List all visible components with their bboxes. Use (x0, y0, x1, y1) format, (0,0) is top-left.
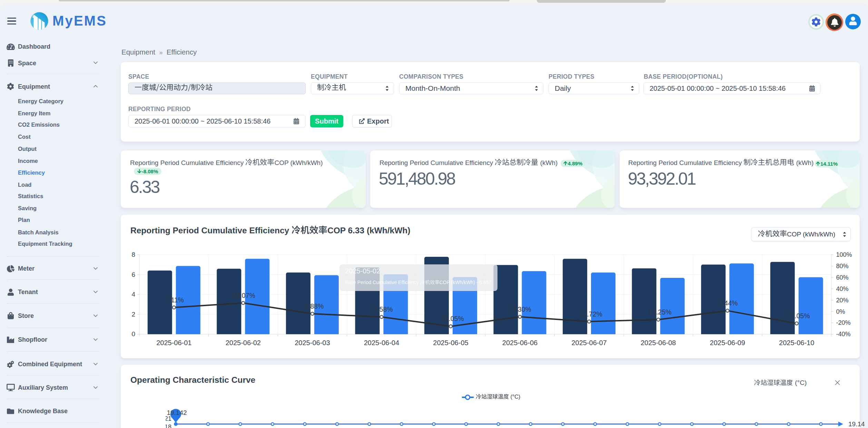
svg-text:1.44%: 1.44% (719, 299, 738, 307)
svg-text:-40%: -40% (836, 331, 851, 338)
svg-text:2025-06-08: 2025-06-08 (641, 339, 676, 347)
svg-text:100%: 100% (836, 251, 852, 258)
svg-text:18: 18 (166, 424, 171, 428)
svg-text:21: 21 (166, 415, 171, 422)
svg-text:0%: 0% (836, 308, 845, 315)
svg-text:-9.30%: -9.30% (510, 305, 531, 313)
svg-text:-14.25%: -14.25% (647, 308, 672, 316)
svg-text:2025-06-03: 2025-06-03 (295, 339, 330, 347)
svg-text:0: 0 (131, 330, 135, 338)
svg-text:2025-06-09: 2025-06-09 (710, 339, 745, 347)
svg-text:7.11%: 7.11% (165, 296, 184, 304)
svg-text:-9.58%: -9.58% (372, 305, 393, 313)
svg-text:6: 6 (131, 271, 135, 278)
svg-text:4: 4 (131, 291, 135, 298)
svg-text:2025-06-01: 2025-06-01 (156, 339, 191, 347)
svg-text:2025-06-07: 2025-06-07 (571, 339, 606, 347)
svg-text:19.142: 19.142 (167, 409, 187, 416)
svg-text:2025-06-05: 2025-06-05 (433, 339, 468, 347)
svg-text:2025-06-10: 2025-06-10 (779, 339, 814, 347)
svg-text:80%: 80% (836, 263, 849, 270)
svg-text:19.14: 19.14 (848, 420, 865, 428)
svg-text:2: 2 (131, 311, 135, 318)
svg-text:2025-06-04: 2025-06-04 (364, 339, 399, 347)
svg-text:8: 8 (131, 251, 135, 258)
svg-text:-20%: -20% (836, 319, 851, 326)
svg-text:-3.88%: -3.88% (303, 302, 324, 310)
svg-text:2025-06-02: 2025-06-02 (226, 339, 261, 347)
svg-text:-17.72%: -17.72% (577, 310, 602, 318)
svg-text:60%: 60% (836, 274, 849, 281)
svg-text:-26.05%: -26.05% (439, 315, 464, 322)
svg-text:-21.05%: -21.05% (785, 312, 810, 320)
svg-text:2025-06-06: 2025-06-06 (502, 339, 537, 347)
svg-text:20%: 20% (836, 297, 849, 304)
svg-text:40%: 40% (836, 285, 849, 292)
svg-text:15.07%: 15.07% (233, 292, 255, 299)
